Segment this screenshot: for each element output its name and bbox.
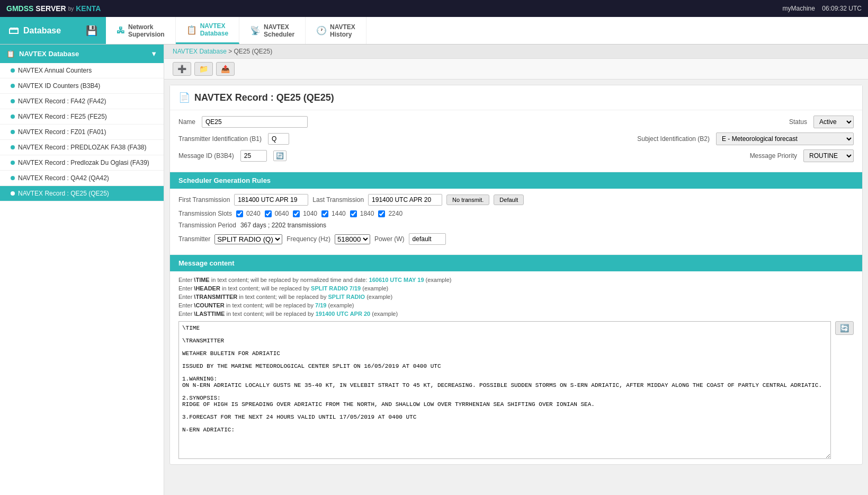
- default-button[interactable]: Default: [494, 195, 524, 205]
- nav-navtex-history[interactable]: 🕐 NAVTEXHistory: [306, 17, 366, 44]
- subject-id-select[interactable]: A - Navigational warnings B - Meteorolog…: [716, 132, 854, 145]
- sidebar-item-label-4: NAVTEX Record : FZ01 (FA01): [18, 128, 106, 136]
- item-dot-2: [11, 99, 15, 103]
- var-time: \TIME: [194, 277, 209, 283]
- sidebar-item-label-6: NAVTEX Record : Predlozak Du Oglasi (FA3…: [18, 159, 149, 166]
- example-transmitter: SPLIT RADIO: [328, 294, 365, 300]
- nav-navtex-database[interactable]: 📋 NAVTEXDatabase: [176, 17, 239, 44]
- frequency-label: Frequency (Hz): [287, 235, 330, 243]
- slot-1440-checkbox[interactable]: [321, 210, 328, 217]
- logo: GMDSS SERVER by KENTA: [6, 4, 101, 13]
- sidebar-item-0[interactable]: NAVTEX Annual Counters: [0, 63, 164, 78]
- message-content-area: \TIME \TRANSMITTER WETAHER BULETIN FOR A…: [178, 321, 854, 459]
- no-transmit-button[interactable]: No transmit.: [446, 195, 489, 205]
- item-dot-7: [11, 176, 15, 180]
- item-dot-0: [11, 68, 15, 73]
- save-icon[interactable]: 💾: [86, 25, 97, 37]
- history-icon: 🕐: [316, 25, 327, 36]
- folder-button[interactable]: 📁: [194, 62, 213, 76]
- example-header: SPLIT RADIO 7/19: [311, 285, 361, 291]
- message-id-input[interactable]: [240, 150, 267, 162]
- form-row-name: Name Status Active Inactive: [178, 116, 854, 128]
- message-section-header: Message content: [170, 255, 862, 271]
- info-line-header: Enter \HEADER in text content; will be r…: [178, 285, 854, 291]
- example-time: 160610 UTC MAY 19: [369, 277, 424, 283]
- item-dot-1: [11, 84, 15, 88]
- form-row-message-id: Message ID (B3B4) 🔄 Message Priority ROU…: [178, 149, 854, 162]
- logo-server: SERVER: [35, 4, 66, 13]
- last-tx-input[interactable]: [368, 194, 442, 206]
- message-id-refresh-button[interactable]: 🔄: [273, 151, 287, 161]
- var-transmitter: \TRANSMITTER: [194, 294, 237, 300]
- first-tx-input[interactable]: [234, 194, 308, 206]
- transmitter-hw-label: Transmitter: [178, 235, 210, 243]
- sidebar-collapse-icon[interactable]: ▼: [150, 50, 157, 58]
- var-counter: \COUNTER: [194, 302, 224, 308]
- message-refresh-button[interactable]: 🔄: [835, 321, 854, 335]
- navbar: 🗃 Database 💾 🖧 NetworkSupervision 📋 NAVT…: [0, 17, 868, 45]
- info-line-time: Enter \TIME in text content; will be rep…: [178, 277, 854, 283]
- message-section-title: Message content: [178, 259, 234, 267]
- sidebar-item-4[interactable]: NAVTEX Record : FZ01 (FA01): [0, 125, 164, 140]
- scheduler-row-slots: Transmission Slots 0240 0640 1040: [178, 210, 854, 217]
- content: NAVTEX Database > QE25 (QE25) ➕ 📁 📤 📄 NA…: [164, 45, 868, 495]
- sidebar-item-label-1: NAVTEX ID Counters (B3B4): [18, 82, 100, 90]
- transmitter-hw-select[interactable]: SPLIT RADIO (Q): [214, 234, 282, 244]
- name-input[interactable]: [202, 116, 308, 128]
- slot-1040-checkbox[interactable]: [293, 210, 300, 217]
- sidebar-item-7[interactable]: NAVTEX Record : QA42 (QA42): [0, 171, 164, 186]
- sidebar-item-2[interactable]: NAVTEX Record : FA42 (FA42): [0, 94, 164, 109]
- sidebar-items: NAVTEX Annual CountersNAVTEX ID Counters…: [0, 63, 164, 201]
- priority-label: Message Priority: [750, 152, 797, 160]
- sidebar-item-6[interactable]: NAVTEX Record : Predlozak Du Oglasi (FA3…: [0, 155, 164, 171]
- database-label: Database: [23, 26, 61, 36]
- transmitter-id-label: Transmitter Identification (B1): [178, 135, 262, 143]
- sidebar-item-1[interactable]: NAVTEX ID Counters (B3B4): [0, 78, 164, 94]
- sidebar-item-8[interactable]: NAVTEX Record : QE25 (QE25): [0, 186, 164, 201]
- nav-history-label: NAVTEXHistory: [330, 23, 355, 38]
- slot-1840-checkbox[interactable]: [350, 210, 357, 217]
- sidebar-item-label-8: NAVTEX Record : QE25 (QE25): [18, 190, 109, 197]
- sidebar-item-5[interactable]: NAVTEX Record : PREDLOZAK FA38 (FA38): [0, 140, 164, 155]
- breadcrumb-root[interactable]: NAVTEX Database: [173, 48, 227, 55]
- logo-gmdss: GMDSS: [6, 4, 33, 13]
- scheduler-icon: 📡: [250, 25, 261, 36]
- slot-0640-checkbox[interactable]: [265, 210, 272, 217]
- add-button[interactable]: ➕: [173, 62, 191, 76]
- sidebar-item-label-0: NAVTEX Annual Counters: [18, 67, 92, 74]
- sidebar-title: NAVTEX Database: [19, 50, 79, 58]
- scheduler-row-tx: First Transmission Last Transmission No …: [178, 194, 854, 206]
- item-dot-6: [11, 161, 15, 165]
- breadcrumb-separator: >: [228, 48, 234, 55]
- sidebar-item-3[interactable]: NAVTEX Record : FE25 (FE25): [0, 109, 164, 125]
- record-title: 📄 NAVTEX Record : QE25 (QE25): [170, 85, 862, 110]
- slot-0640: 0640: [265, 210, 289, 217]
- slot-0240-checkbox[interactable]: [236, 210, 243, 217]
- machine-name: myMachine: [783, 5, 815, 12]
- record-title-text: NAVTEX Record : QE25 (QE25): [194, 92, 334, 103]
- slot-2240: 2240: [378, 210, 402, 217]
- sidebar-item-label-2: NAVTEX Record : FA42 (FA42): [18, 98, 106, 105]
- item-dot-4: [11, 130, 15, 134]
- item-dot-5: [11, 145, 15, 149]
- sidebar-header-left: 📋 NAVTEX Database: [6, 50, 79, 58]
- power-label: Power (W): [374, 235, 405, 243]
- power-input[interactable]: [409, 233, 446, 245]
- export-button[interactable]: 📤: [216, 62, 235, 76]
- record-icon: 📄: [178, 92, 190, 103]
- clock: 06:09:32 UTC: [822, 5, 862, 12]
- nav-network-supervision[interactable]: 🖧 NetworkSupervision: [106, 17, 176, 44]
- priority-select[interactable]: ROUTINE URGENT SAFETY DISTRESS: [803, 149, 854, 162]
- slots-label: Transmission Slots: [178, 210, 232, 217]
- slot-2240-checkbox[interactable]: [378, 210, 385, 217]
- transmitter-id-input[interactable]: [268, 133, 289, 145]
- sidebar-item-label-3: NAVTEX Record : FE25 (FE25): [18, 113, 107, 120]
- nav-navtex-scheduler[interactable]: 📡 NAVTEXScheduler: [239, 17, 306, 44]
- scheduler-row-transmitter: Transmitter SPLIT RADIO (Q) Frequency (H…: [178, 233, 854, 245]
- frequency-select[interactable]: 518000: [335, 234, 370, 244]
- status-select[interactable]: Active Inactive: [813, 116, 854, 128]
- scheduler-row-period: Transmission Period 367 days ; 2202 tran…: [178, 222, 854, 229]
- nav-network-label: NetworkSupervision: [128, 23, 165, 38]
- period-label: Transmission Period: [178, 222, 236, 229]
- message-textarea[interactable]: \TIME \TRANSMITTER WETAHER BULETIN FOR A…: [178, 321, 831, 459]
